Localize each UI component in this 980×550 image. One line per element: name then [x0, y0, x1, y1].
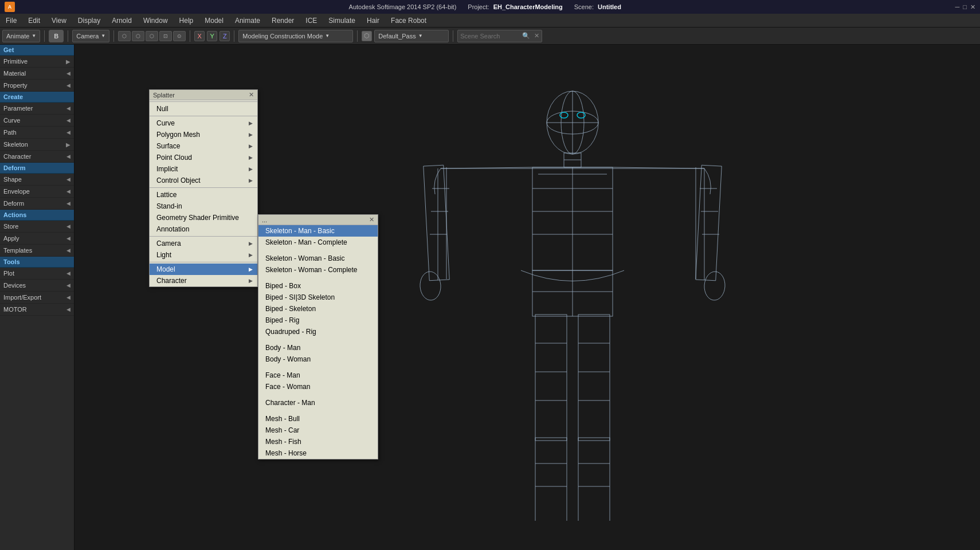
devices-arrow: ◀	[66, 282, 70, 288]
viewport[interactable]: Splatter ✕ Null Curve ▶ Polygon Mesh ▶ S…	[75, 45, 980, 550]
menu-simulate[interactable]: Simulate	[323, 14, 361, 27]
menu-face-woman[interactable]: Face - Woman	[258, 381, 378, 392]
get-menu-close[interactable]: ✕	[249, 91, 254, 99]
sidebar-item-parameter[interactable]: Parameter ◀	[0, 103, 74, 115]
menu-mesh-horse[interactable]: Mesh - Horse	[258, 447, 378, 459]
menu-polygon-mesh[interactable]: Polygon Mesh ▶	[150, 129, 257, 140]
menu-point-cloud[interactable]: Point Cloud ▶	[150, 152, 257, 163]
camera-dropdown[interactable]: Camera ▼	[72, 30, 109, 42]
menu-render[interactable]: Render	[266, 14, 300, 27]
menu-character[interactable]: Character ▶	[150, 275, 257, 286]
sidebar-item-property[interactable]: Property ◀	[0, 80, 74, 92]
menu-lattice[interactable]: Lattice	[150, 189, 257, 201]
menu-body-man[interactable]: Body - Man	[258, 342, 378, 353]
y-coord[interactable]: Y	[207, 31, 217, 41]
group-sep-6	[258, 408, 378, 413]
menu-model[interactable]: Model ▶	[150, 264, 257, 275]
sidebar-item-skeleton[interactable]: Skeleton ▶	[0, 139, 74, 151]
menu-camera[interactable]: Camera ▶	[150, 238, 257, 249]
svg-rect-41	[578, 438, 610, 521]
menu-biped-skeleton[interactable]: Biped - Skeleton	[258, 303, 378, 315]
maximize-btn[interactable]: □	[963, 3, 967, 11]
menu-curve[interactable]: Curve ▶	[150, 117, 257, 129]
menu-mesh-fish[interactable]: Mesh - Fish	[258, 436, 378, 447]
menu-geometry-shader[interactable]: Geometry Shader Primitive	[150, 212, 257, 223]
deform-arrow: ◀	[66, 201, 70, 206]
camera-dropdown-arrow: ▼	[101, 33, 105, 38]
close-btn[interactable]: ✕	[970, 3, 975, 11]
menu-skeleton-woman-basic[interactable]: Skeleton - Woman - Basic	[258, 253, 378, 264]
sidebar-item-character-create[interactable]: Character ◀	[0, 151, 74, 163]
titlebar: A Autodesk Softimage 2014 SP2 (64-bit) P…	[0, 0, 980, 14]
menu-annotation[interactable]: Annotation	[150, 223, 257, 235]
menu-body-woman[interactable]: Body - Woman	[258, 353, 378, 365]
model-submenu: ... ✕ Skeleton - Man - Basic Skeleton - …	[258, 214, 378, 459]
search-clear-icon[interactable]: ✕	[531, 31, 542, 41]
x-coord[interactable]: X	[194, 31, 205, 41]
menu-view[interactable]: View	[46, 14, 72, 27]
sidebar-item-path[interactable]: Path ◀	[0, 127, 74, 139]
menu-biped-si3d[interactable]: Biped - SI|3D Skeleton	[258, 292, 378, 303]
sidebar-item-importexport[interactable]: Import/Export ◀	[0, 292, 74, 304]
pass-icon: ⬡	[362, 31, 372, 41]
envelope-arrow: ◀	[66, 188, 70, 194]
sidebar-item-envelope[interactable]: Envelope ◀	[0, 186, 74, 198]
sidebar-item-curve[interactable]: Curve ◀	[0, 115, 74, 127]
view-btn-1[interactable]: ⬡	[118, 31, 131, 41]
construction-mode-dropdown[interactable]: Modeling Construction Mode ▼	[238, 30, 353, 42]
menu-file[interactable]: File	[0, 14, 22, 27]
sidebar-item-primitive[interactable]: Primitive ▶	[0, 56, 74, 68]
menu-display[interactable]: Display	[72, 14, 106, 27]
sidebar-item-templates[interactable]: Templates ◀	[0, 245, 74, 257]
menu-model[interactable]: Model	[199, 14, 229, 27]
model-submenu-close[interactable]: ✕	[369, 216, 374, 223]
view-btn-2[interactable]: ⬡	[132, 31, 144, 41]
menu-mesh-car[interactable]: Mesh - Car	[258, 425, 378, 436]
menu-skeleton-woman-complete[interactable]: Skeleton - Woman - Complete	[258, 264, 378, 276]
menu-mesh-bull[interactable]: Mesh - Bull	[258, 413, 378, 425]
group-sep-1	[258, 248, 378, 253]
menu-animate[interactable]: Animate	[229, 14, 266, 27]
menu-quadruped-rig[interactable]: Quadruped - Rig	[258, 326, 378, 337]
menu-character-man[interactable]: Character - Man	[258, 397, 378, 408]
view-btn-4[interactable]: ⊡	[159, 31, 172, 41]
sidebar-item-store[interactable]: Store ◀	[0, 221, 74, 233]
menu-arnold[interactable]: Arnold	[106, 14, 138, 27]
menu-help[interactable]: Help	[174, 14, 199, 27]
search-icon[interactable]: 🔍	[521, 31, 531, 41]
sidebar-item-apply[interactable]: Apply ◀	[0, 233, 74, 245]
menu-hair[interactable]: Hair	[361, 14, 385, 27]
menu-biped-box[interactable]: Biped - Box	[258, 280, 378, 292]
sidebar-item-devices[interactable]: Devices ◀	[0, 280, 74, 292]
pass-dropdown[interactable]: Default_Pass ▼	[374, 30, 449, 42]
sidebar-item-plot[interactable]: Plot ◀	[0, 268, 74, 280]
view-btn-5[interactable]: ⊙	[173, 31, 186, 41]
sep-after-annotation	[150, 236, 257, 237]
menu-skeleton-man-basic[interactable]: Skeleton - Man - Basic	[258, 225, 378, 237]
menu-edit[interactable]: Edit	[22, 14, 46, 27]
animate-dropdown[interactable]: Animate ▼	[2, 30, 40, 42]
menu-standin[interactable]: Stand-in	[150, 201, 257, 212]
menu-implicit[interactable]: Implicit ▶	[150, 163, 257, 175]
menu-null[interactable]: Null	[150, 103, 257, 115]
menu-face-man[interactable]: Face - Man	[258, 370, 378, 381]
menu-facerobot[interactable]: Face Robot	[385, 14, 432, 27]
view-btn-3[interactable]: ⬡	[146, 31, 158, 41]
scene-search-input[interactable]	[458, 33, 521, 40]
menu-window[interactable]: Window	[138, 14, 174, 27]
sidebar-item-deform[interactable]: Deform ◀	[0, 198, 74, 210]
menu-skeleton-man-complete[interactable]: Skeleton - Man - Complete	[258, 237, 378, 248]
implicit-submenu-arrow: ▶	[249, 166, 253, 172]
menu-ice[interactable]: ICE	[300, 14, 323, 27]
sidebar-item-material[interactable]: Material ◀	[0, 68, 74, 80]
sidebar-item-shape[interactable]: Shape ◀	[0, 174, 74, 186]
minimize-btn[interactable]: ─	[955, 3, 960, 11]
z-coord[interactable]: Z	[219, 31, 230, 41]
animate-dropdown-arrow: ▼	[32, 33, 36, 38]
menu-biped-rig[interactable]: Biped - Rig	[258, 315, 378, 326]
menu-control-object[interactable]: Control Object ▶	[150, 175, 257, 186]
b-button[interactable]: B	[49, 30, 64, 42]
menu-surface[interactable]: Surface ▶	[150, 140, 257, 152]
sidebar-item-motor[interactable]: MOTOR ◀	[0, 304, 74, 316]
menu-light[interactable]: Light ▶	[150, 249, 257, 261]
